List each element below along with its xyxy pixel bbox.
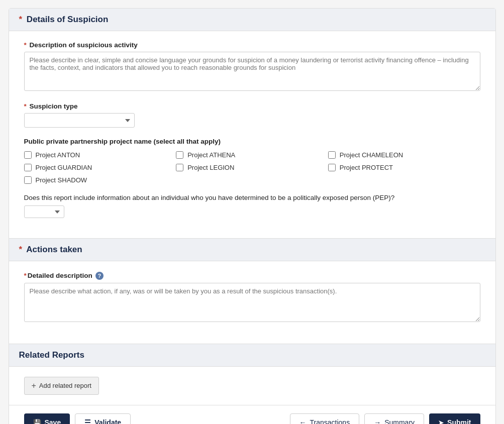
save-button[interactable]: Save bbox=[24, 413, 70, 425]
projects-grid: Project ANTON Project ATHENA Project CHA… bbox=[24, 151, 480, 184]
page-container: * Details of Suspicion * Description of … bbox=[9, 8, 496, 424]
project-guardian-checkbox[interactable] bbox=[24, 164, 32, 171]
project-legion-label: Project LEGION bbox=[187, 164, 234, 171]
validate-label: Validate bbox=[94, 418, 121, 425]
project-athena-label: Project ATHENA bbox=[187, 151, 235, 159]
project-protect-label: Project PROTECT bbox=[340, 164, 393, 171]
details-of-suspicion-header: * Details of Suspicion bbox=[9, 9, 495, 31]
project-protect-item[interactable]: Project PROTECT bbox=[328, 164, 480, 171]
details-section-title: * Details of Suspicion bbox=[19, 15, 485, 25]
actions-required-star: * bbox=[19, 245, 23, 254]
arrow-right-icon bbox=[374, 418, 381, 425]
description-group: * Description of suspicious activity bbox=[24, 41, 480, 92]
project-chameleon-item[interactable]: Project CHAMELEON bbox=[328, 151, 480, 159]
actions-taken-header: * Actions taken bbox=[9, 239, 495, 261]
project-shadow-checkbox[interactable] bbox=[24, 176, 32, 184]
related-reports-body: + Add related report bbox=[9, 367, 495, 405]
summary-button[interactable]: Summary bbox=[364, 413, 424, 425]
suspicion-type-group: * Suspicion type bbox=[24, 102, 480, 128]
description-textarea[interactable] bbox=[24, 52, 480, 91]
pep-select[interactable]: Yes No bbox=[24, 205, 64, 218]
submit-label: Submit bbox=[447, 418, 471, 425]
project-guardian-item[interactable]: Project GUARDIAN bbox=[24, 164, 176, 171]
project-athena-checkbox[interactable] bbox=[176, 151, 183, 159]
actions-section-body: * Detailed description ? bbox=[9, 261, 495, 344]
arrow-left-icon bbox=[299, 418, 307, 425]
plus-icon: + bbox=[32, 381, 36, 390]
project-athena-item[interactable]: Project ATHENA bbox=[176, 151, 328, 159]
project-guardian-label: Project GUARDIAN bbox=[36, 164, 92, 171]
detailed-description-textarea[interactable] bbox=[24, 283, 480, 322]
send-icon bbox=[438, 418, 444, 425]
bottom-bar-right: Transactions Summary Submit bbox=[290, 413, 480, 425]
save-label: Save bbox=[45, 418, 61, 425]
details-section-body: * Description of suspicious activity * S… bbox=[9, 31, 495, 238]
project-anton-item[interactable]: Project ANTON bbox=[24, 151, 176, 159]
project-protect-checkbox[interactable] bbox=[328, 164, 336, 171]
project-legion-checkbox[interactable] bbox=[176, 164, 183, 171]
project-anton-label: Project ANTON bbox=[36, 151, 80, 159]
summary-label: Summary bbox=[384, 418, 415, 425]
project-chameleon-checkbox[interactable] bbox=[328, 151, 336, 159]
save-icon bbox=[33, 418, 41, 425]
related-reports-title: Related Reports bbox=[19, 350, 485, 360]
validate-icon bbox=[84, 418, 91, 425]
suspicion-type-select[interactable] bbox=[24, 113, 135, 128]
project-anton-checkbox[interactable] bbox=[24, 151, 32, 159]
add-related-report-button[interactable]: + Add related report bbox=[24, 377, 99, 395]
project-legion-item[interactable]: Project LEGION bbox=[176, 164, 328, 171]
related-reports-header: Related Reports bbox=[9, 344, 495, 367]
transactions-button[interactable]: Transactions bbox=[290, 413, 360, 425]
validate-button[interactable]: Validate bbox=[75, 413, 131, 425]
pep-question-text: Does this report include information abo… bbox=[24, 194, 480, 201]
help-icon[interactable]: ? bbox=[95, 272, 104, 280]
bottom-bar-left: Save Validate bbox=[24, 413, 131, 425]
detailed-description-group: * Detailed description ? bbox=[24, 271, 480, 324]
project-shadow-label: Project SHADOW bbox=[36, 176, 87, 184]
bottom-bar: Save Validate Transactions Summary Submi… bbox=[9, 405, 495, 425]
suspicion-type-label: * Suspicion type bbox=[24, 102, 480, 110]
pep-group: Does this report include information abo… bbox=[24, 194, 480, 218]
transactions-label: Transactions bbox=[310, 418, 350, 425]
required-star: * bbox=[19, 15, 23, 24]
ppp-label: Public private partnership project name … bbox=[24, 138, 480, 145]
project-chameleon-label: Project CHAMELEON bbox=[340, 151, 403, 159]
actions-section-title: * Actions taken bbox=[19, 245, 485, 255]
submit-button[interactable]: Submit bbox=[429, 413, 480, 425]
description-label: * Description of suspicious activity bbox=[24, 41, 480, 49]
add-related-report-label: Add related report bbox=[39, 382, 91, 389]
ppp-group: Public private partnership project name … bbox=[24, 138, 480, 184]
project-shadow-item[interactable]: Project SHADOW bbox=[24, 176, 176, 184]
detailed-description-label: * Detailed description ? bbox=[24, 272, 104, 280]
